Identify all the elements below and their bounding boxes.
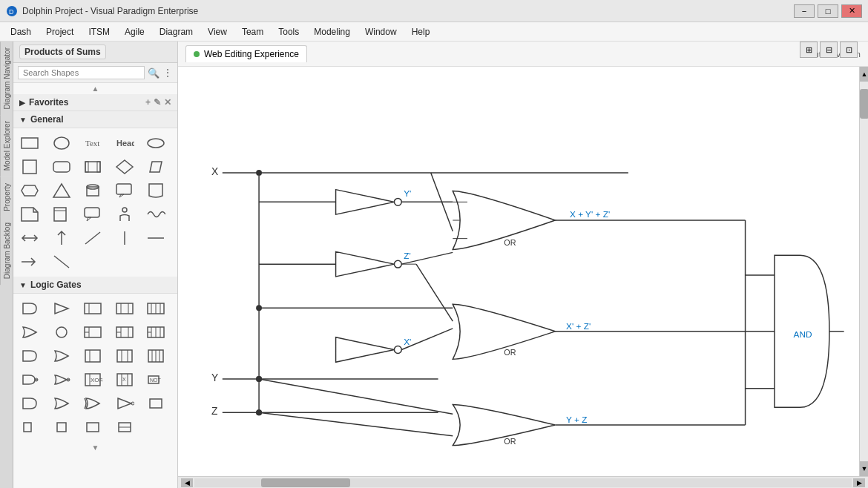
search-input[interactable] [18, 66, 145, 79]
gate-or2[interactable] [50, 346, 73, 366]
edit-favorite-icon[interactable]: ✎ [154, 97, 161, 108]
menu-agile[interactable]: Agile [117, 25, 152, 39]
shape-arrow-up[interactable] [50, 228, 73, 248]
shape-heading[interactable]: Head [113, 133, 137, 154]
shape-hexagon[interactable] [18, 180, 42, 201]
menu-help[interactable]: Help [404, 25, 438, 39]
scroll-up-btn[interactable]: ▲ [860, 67, 868, 82]
shape-arrow-double[interactable] [18, 228, 42, 248]
gate-or[interactable] [18, 322, 42, 343]
right-scrollbar[interactable]: ▲ ▼ [859, 67, 868, 476]
shape-round-rect[interactable] [50, 156, 73, 177]
scroll-up[interactable]: ▲ [13, 83, 177, 94]
scrollbar-track[interactable] [860, 82, 868, 461]
shape-film[interactable] [81, 156, 105, 177]
shape-square[interactable] [18, 156, 42, 177]
maximize-button[interactable]: □ [818, 4, 838, 18]
hscroll-thumb[interactable] [261, 478, 350, 487]
scroll-down[interactable]: ▼ [13, 442, 177, 453]
scroll-down-btn[interactable]: ▼ [860, 461, 868, 476]
hscroll-track[interactable] [194, 478, 852, 487]
shape-line-diag2[interactable] [50, 251, 73, 272]
section-favorites[interactable]: ▶ Favorites + ✎ ✕ [13, 94, 177, 111]
gate-box11[interactable] [113, 417, 137, 438]
shape-line-horiz[interactable] [144, 228, 168, 248]
menu-tools[interactable]: Tools [271, 25, 306, 39]
section-logic-gates[interactable]: ▼ Logic Gates [13, 277, 177, 294]
diagram-tab[interactable]: Web Editing Experience [185, 45, 307, 62]
shape-person[interactable] [113, 204, 137, 225]
side-tab-diagram-backlog[interactable]: Diagram Backlog [0, 217, 13, 285]
shape-wave[interactable] [144, 204, 168, 225]
shape-speech[interactable] [81, 204, 105, 225]
scroll-right-btn[interactable]: ▶ [853, 478, 865, 487]
grid-button[interactable]: ⊟ [820, 42, 838, 58]
diagram-svg[interactable]: X Y Z [178, 67, 859, 476]
add-favorite-icon[interactable]: + [145, 97, 151, 108]
side-tab-model-explorer[interactable]: Model Explorer [0, 115, 13, 177]
panel-button[interactable]: ⊡ [840, 42, 858, 58]
gate-box3[interactable] [144, 298, 168, 319]
minimize-button[interactable]: − [794, 4, 815, 18]
shape-note2[interactable] [50, 204, 73, 225]
shape-doc[interactable] [144, 180, 168, 201]
section-general[interactable]: ▼ General [13, 111, 177, 128]
gate-nor[interactable] [50, 369, 73, 390]
gate-and[interactable] [18, 298, 42, 319]
gate-not-bubble[interactable] [50, 322, 73, 343]
gate-box5[interactable] [113, 346, 137, 366]
gate-xor-box[interactable]: XOR [81, 369, 105, 390]
scroll-left-btn[interactable]: ◀ [181, 478, 193, 487]
scrollbar-thumb[interactable] [860, 89, 868, 119]
gate-and2[interactable] [18, 346, 42, 366]
gate-tri[interactable] [113, 393, 137, 414]
gate-box1[interactable] [81, 298, 105, 319]
gate-mux1[interactable] [81, 322, 105, 343]
gate-box9[interactable] [50, 417, 73, 438]
shape-cylinder[interactable] [81, 180, 105, 201]
gate-buffer[interactable] [50, 298, 73, 319]
gate-mux2[interactable] [113, 322, 137, 343]
side-tab-property[interactable]: Property [0, 177, 13, 217]
panel-title[interactable]: Products of Sums [19, 44, 106, 59]
close-favorite-icon[interactable]: ✕ [164, 97, 171, 108]
menu-itsm[interactable]: ITSM [81, 25, 117, 39]
shape-text[interactable]: Text [81, 133, 105, 154]
more-options-icon[interactable]: ⋮ [162, 67, 173, 79]
gate-nand[interactable] [18, 369, 42, 390]
shape-note[interactable] [18, 204, 42, 225]
shape-parallelogram[interactable] [144, 156, 168, 177]
side-tab-diagram-navigator[interactable]: Diagram Navigator [0, 42, 13, 115]
menu-team[interactable]: Team [234, 25, 271, 39]
menu-diagram[interactable]: Diagram [152, 25, 200, 39]
shape-callout[interactable] [113, 180, 137, 201]
gate-or3[interactable] [50, 393, 73, 414]
menu-window[interactable]: Window [358, 25, 404, 39]
menu-view[interactable]: View [200, 25, 234, 39]
gate-box6[interactable] [144, 346, 168, 366]
menu-dash[interactable]: Dash [3, 25, 39, 39]
gate-box10[interactable] [81, 417, 105, 438]
shape-triangle[interactable] [50, 180, 73, 201]
menu-project[interactable]: Project [39, 25, 81, 39]
shapes-scroll[interactable]: ▲ ▶ Favorites + ✎ ✕ ▼ General Text [13, 83, 177, 488]
shape-line-diag[interactable] [81, 228, 105, 248]
gate-box8[interactable] [18, 417, 42, 438]
fit-page-button[interactable]: ⊞ [800, 42, 818, 58]
menu-modeling[interactable]: Modeling [306, 25, 358, 39]
gate-mux3[interactable] [144, 322, 168, 343]
shape-arrow-small[interactable] [18, 251, 42, 272]
gate-box2[interactable] [113, 298, 137, 319]
gate-and3[interactable] [18, 393, 42, 414]
gate-box7[interactable]: X [113, 369, 137, 390]
gate-inverter-box[interactable]: NOT [144, 369, 168, 390]
shape-circle[interactable] [50, 133, 73, 154]
gate-inv2[interactable] [144, 393, 168, 414]
gate-box4[interactable] [81, 346, 105, 366]
gate-xor3[interactable] [81, 393, 105, 414]
canvas-content[interactable]: X Y Z [178, 67, 859, 476]
shape-line-vert[interactable] [113, 228, 137, 248]
close-button[interactable]: ✕ [841, 4, 862, 18]
shape-rect[interactable] [18, 133, 42, 154]
search-icon[interactable]: 🔍 [148, 67, 160, 79]
